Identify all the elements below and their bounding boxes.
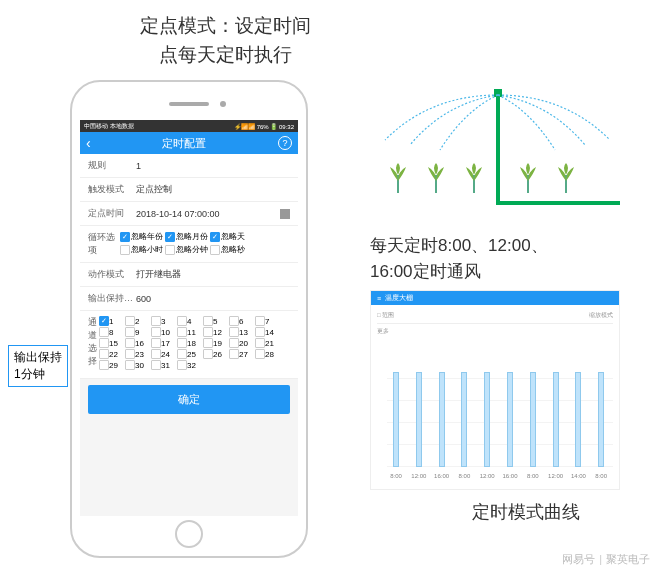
x-axis-label: 8:00 [459, 473, 471, 479]
menu-icon[interactable]: ≡ [377, 295, 381, 302]
channel-checkbox[interactable]: 21 [255, 338, 279, 348]
loop-checkbox[interactable]: ✓忽略月份 [165, 231, 208, 242]
loop-checkbox[interactable]: ✓忽略年份 [120, 231, 163, 242]
channel-checkbox[interactable]: 5 [203, 316, 227, 326]
x-axis-label: 16:00 [434, 473, 449, 479]
chart-bar [530, 372, 536, 467]
channel-grid: ✓123456789101112131415161718192021222324… [99, 316, 290, 370]
time-input[interactable]: 2018-10-14 07:00:00 [136, 209, 280, 219]
status-indicators: ⚡📶📶 76% 🔋 09:32 [234, 123, 294, 130]
x-axis-label: 8:00 [595, 473, 607, 479]
channel-label: 通道选择 [88, 316, 99, 368]
page-title: 定点模式：设定时间 点每天定时执行 [0, 0, 320, 73]
channel-checkbox[interactable]: 20 [229, 338, 253, 348]
schedule-description: 每天定时8:00、12:00、 16:00定时通风 [370, 233, 620, 284]
svg-rect-0 [494, 89, 502, 97]
loop-checkbox[interactable]: ✓忽略天 [210, 231, 245, 242]
x-axis-label: 12:00 [548, 473, 563, 479]
channel-checkbox[interactable]: 8 [99, 327, 123, 337]
chart-bar [598, 372, 604, 467]
scale-control[interactable]: 缩放模式 [589, 311, 613, 320]
chart-area: 8:0012:0016:008:0012:0016:008:0012:0014:… [387, 357, 613, 479]
loop-checkbox[interactable]: 忽略秒 [210, 244, 245, 255]
channel-checkbox[interactable]: 19 [203, 338, 227, 348]
channel-checkbox[interactable]: 27 [229, 349, 253, 359]
channel-checkbox[interactable]: 31 [151, 360, 175, 370]
channel-checkbox[interactable]: 30 [125, 360, 149, 370]
trigger-select[interactable]: 定点控制 [136, 183, 290, 196]
channel-checkbox[interactable]: 26 [203, 349, 227, 359]
channel-checkbox[interactable]: 25 [177, 349, 201, 359]
chart-panel: ≡ 温度大棚 □ 范围 缩放模式 更多 8:0012:0016:008:0012… [370, 290, 620, 490]
channel-checkbox[interactable]: 24 [151, 349, 175, 359]
chart-bar [507, 372, 513, 467]
channel-checkbox[interactable]: 13 [229, 327, 253, 337]
channel-checkbox[interactable]: 22 [99, 349, 123, 359]
channel-checkbox[interactable]: 29 [99, 360, 123, 370]
phone-screen: 中国移动 本地数据 ⚡📶📶 76% 🔋 09:32 ‹ 定时配置 ? 规则1 触… [80, 120, 298, 516]
chart-bar [575, 372, 581, 467]
channel-checkbox[interactable]: 18 [177, 338, 201, 348]
time-label: 定点时间 [88, 207, 136, 220]
action-label: 动作模式 [88, 268, 136, 281]
chart-bar [416, 372, 422, 467]
footer-brand: 网易号 [562, 553, 595, 565]
hold-input[interactable]: 600 [136, 294, 290, 304]
chart-bar [461, 372, 467, 467]
chart-controls: □ 范围 缩放模式 更多 [371, 305, 619, 342]
channel-checkbox[interactable]: 10 [151, 327, 175, 337]
calendar-icon[interactable] [280, 209, 290, 219]
chart-bar [553, 372, 559, 467]
channel-checkbox[interactable]: 2 [125, 316, 149, 326]
channel-checkbox[interactable]: 9 [125, 327, 149, 337]
channel-checkbox[interactable]: 17 [151, 338, 175, 348]
phone-frame: 中国移动 本地数据 ⚡📶📶 76% 🔋 09:32 ‹ 定时配置 ? 规则1 触… [70, 80, 308, 558]
footer-author: 聚英电子 [606, 553, 650, 565]
action-select[interactable]: 打开继电器 [136, 268, 290, 281]
chart-bar [484, 372, 490, 467]
chart-title: 温度大棚 [385, 293, 413, 303]
channel-checkbox[interactable]: 28 [255, 349, 279, 359]
chart-caption: 定时模式曲线 [472, 500, 580, 524]
hold-label: 输出保持… [88, 292, 136, 305]
status-carrier: 中国移动 本地数据 [84, 122, 134, 131]
x-axis-label: 8:00 [527, 473, 539, 479]
more-control[interactable]: 更多 [377, 327, 389, 336]
status-bar: 中国移动 本地数据 ⚡📶📶 76% 🔋 09:32 [80, 120, 298, 132]
channel-checkbox[interactable]: 16 [125, 338, 149, 348]
rule-label: 规则 [88, 159, 136, 172]
channel-checkbox[interactable]: 12 [203, 327, 227, 337]
x-axis-label: 8:00 [390, 473, 402, 479]
channel-checkbox[interactable]: 11 [177, 327, 201, 337]
rule-value[interactable]: 1 [136, 161, 290, 171]
loop-checkbox[interactable]: 忽略小时 [120, 244, 163, 255]
channel-checkbox[interactable]: 15 [99, 338, 123, 348]
x-axis-label: 12:00 [411, 473, 426, 479]
x-axis-label: 12:00 [480, 473, 495, 479]
callout-hold-time: 输出保持 1分钟 [8, 345, 68, 387]
loop-checkbox[interactable]: 忽略分钟 [165, 244, 208, 255]
channel-checkbox[interactable]: 6 [229, 316, 253, 326]
range-control[interactable]: □ 范围 [377, 311, 394, 320]
sprinkler-illustration [370, 85, 620, 215]
chart-bar [393, 372, 399, 467]
x-axis-label: 16:00 [502, 473, 517, 479]
home-button[interactable] [175, 520, 203, 548]
back-button[interactable]: ‹ [86, 135, 91, 151]
trigger-label: 触发模式 [88, 183, 136, 196]
channel-checkbox[interactable]: 7 [255, 316, 279, 326]
channel-checkbox[interactable]: 32 [177, 360, 201, 370]
channel-checkbox[interactable]: 3 [151, 316, 175, 326]
app-header: ‹ 定时配置 ? [80, 132, 298, 154]
channel-checkbox[interactable]: 4 [177, 316, 201, 326]
channel-checkbox[interactable]: 14 [255, 327, 279, 337]
chart-bar [439, 372, 445, 467]
header-title: 定时配置 [162, 136, 206, 151]
loop-label: 循环选项 [88, 231, 120, 257]
channel-checkbox[interactable]: 23 [125, 349, 149, 359]
x-axis-label: 14:00 [571, 473, 586, 479]
chart-header: ≡ 温度大棚 [371, 291, 619, 305]
help-button[interactable]: ? [278, 136, 292, 150]
submit-button[interactable]: 确定 [88, 385, 290, 414]
channel-checkbox[interactable]: ✓1 [99, 316, 123, 326]
